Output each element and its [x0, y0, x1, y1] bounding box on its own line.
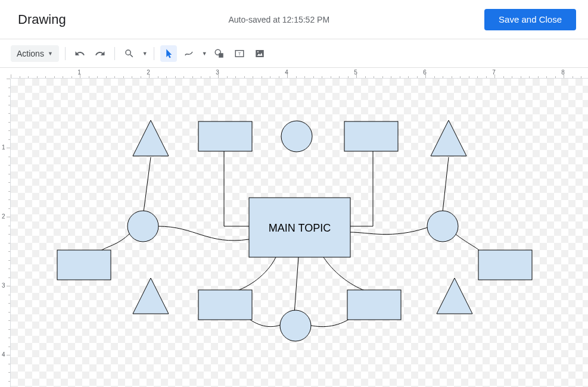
ruler-mark: 1 — [2, 144, 5, 151]
chevron-down-icon[interactable]: ▼ — [142, 51, 148, 57]
circle-shape[interactable] — [281, 121, 312, 152]
separator — [154, 47, 154, 60]
ruler-mark: 2 — [2, 213, 5, 220]
circle-shape[interactable] — [127, 211, 158, 242]
undo-button[interactable] — [71, 45, 88, 62]
actions-menu-button[interactable]: Actions ▼ — [11, 45, 59, 62]
rect-shape[interactable] — [198, 290, 252, 320]
rect-shape[interactable] — [198, 121, 252, 151]
image-icon — [254, 48, 265, 59]
dialog-title: Drawing — [18, 12, 66, 27]
redo-icon — [95, 48, 105, 59]
separator — [65, 47, 66, 60]
toolbar: Actions ▼ ▼ ▼ T — [0, 39, 588, 68]
chevron-down-icon: ▼ — [48, 51, 53, 57]
shape-icon — [214, 48, 225, 59]
textbox-icon: T — [234, 48, 245, 59]
circle-shape[interactable] — [280, 310, 311, 341]
undo-icon — [74, 48, 85, 59]
redo-button[interactable] — [92, 45, 108, 62]
svg-rect-1 — [219, 53, 223, 58]
svg-rect-4 — [256, 50, 264, 57]
rect-shape[interactable] — [347, 290, 401, 320]
dialog-header: Drawing Auto-saved at 12:15:52 PM Save a… — [0, 0, 588, 39]
svg-line-7 — [144, 157, 151, 212]
rect-shape[interactable] — [57, 250, 111, 280]
separator — [114, 47, 115, 60]
chevron-down-icon[interactable]: ▼ — [202, 51, 207, 57]
circle-shape[interactable] — [427, 211, 458, 242]
rect-shape[interactable] — [344, 121, 398, 151]
svg-text:T: T — [238, 51, 241, 57]
triangle-shape[interactable] — [431, 120, 466, 156]
actions-label: Actions — [17, 49, 44, 58]
rect-shape[interactable] — [478, 250, 532, 280]
shape-tool-button[interactable] — [211, 45, 228, 62]
diagram-svg: MAIN TOPIC — [11, 79, 588, 387]
svg-line-8 — [443, 157, 449, 212]
autosave-status: Auto-saved at 12:15:52 PM — [228, 15, 329, 24]
vertical-ruler: 1 2 3 4 — [0, 79, 11, 387]
main-topic-label: MAIN TOPIC — [269, 222, 331, 234]
image-tool-button[interactable] — [251, 45, 268, 62]
cursor-icon — [163, 48, 174, 59]
svg-line-9 — [294, 257, 298, 314]
line-tool-button[interactable] — [181, 45, 197, 62]
ruler-mark: 4 — [2, 351, 5, 358]
line-icon — [183, 48, 194, 59]
save-and-close-button[interactable]: Save and Close — [484, 9, 576, 30]
drawing-canvas[interactable]: MAIN TOPIC — [11, 79, 588, 387]
horizontal-ruler: 1 2 3 4 5 6 7 8 — [11, 68, 588, 79]
textbox-tool-button[interactable]: T — [231, 45, 248, 62]
zoom-icon — [124, 48, 135, 59]
ruler-mark: 3 — [2, 282, 5, 289]
triangle-shape[interactable] — [437, 278, 472, 314]
svg-point-6 — [257, 51, 259, 52]
triangle-shape[interactable] — [133, 278, 169, 314]
zoom-button[interactable] — [121, 45, 138, 62]
triangle-shape[interactable] — [133, 120, 169, 156]
select-tool-button[interactable] — [160, 45, 177, 62]
